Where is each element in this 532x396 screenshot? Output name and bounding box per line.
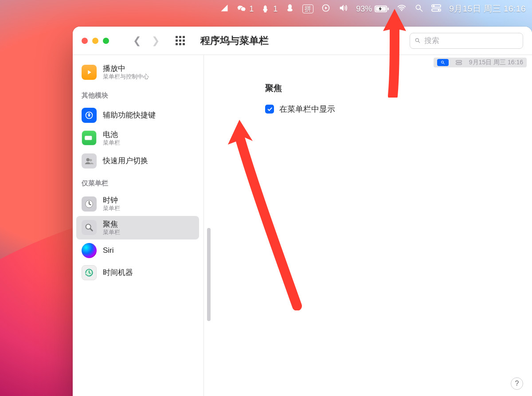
sidebar-label: Siri bbox=[103, 246, 114, 255]
system-preferences-window: ❮ ❯ 程序坞与菜单栏 播放中 菜单栏与控制中心 其他模块 bbox=[73, 27, 532, 396]
svg-point-4 bbox=[401, 10, 403, 11]
wifi-icon[interactable] bbox=[397, 3, 407, 15]
traffic-lights bbox=[82, 38, 109, 44]
svg-line-6 bbox=[420, 9, 422, 11]
sidebar-label: 时钟 bbox=[103, 196, 120, 205]
sidebar-label: 电池 bbox=[103, 130, 120, 139]
search-input[interactable] bbox=[424, 36, 518, 45]
show-in-menubar-checkbox[interactable] bbox=[265, 105, 274, 114]
sidebar-label: 辅助功能快捷键 bbox=[103, 110, 156, 120]
svg-line-12 bbox=[419, 41, 420, 43]
sidebar-item-spotlight[interactable]: 聚焦 菜单栏 bbox=[76, 216, 199, 240]
wechat-status[interactable]: 1 bbox=[237, 4, 254, 14]
spotlight-icon bbox=[82, 220, 97, 235]
svg-rect-16 bbox=[93, 137, 94, 139]
svg-point-18 bbox=[90, 159, 92, 161]
menubar-datetime[interactable]: 9月15日 周三 16:16 bbox=[449, 3, 526, 15]
sidebar-label: 时间机器 bbox=[103, 268, 133, 277]
svg-point-8 bbox=[433, 5, 435, 7]
battery-status[interactable]: 93% bbox=[356, 4, 389, 14]
preview-datetime: 9月15日 周三 16:16 bbox=[469, 59, 523, 67]
svg-point-14 bbox=[89, 113, 90, 114]
content-pane: 9月15日 周三 16:16 聚焦 在菜单栏中显示 ? bbox=[204, 55, 532, 396]
sidebar-item-siri[interactable]: Siri bbox=[76, 239, 199, 262]
svg-point-5 bbox=[416, 5, 421, 9]
sidebar-section-other: 其他模块 bbox=[76, 84, 199, 104]
sidebar-item-time-machine[interactable]: 时间机器 bbox=[76, 262, 199, 284]
macos-menubar: 1 1 拼 93% 9月15日 周三 16:16 bbox=[0, 0, 532, 18]
sidebar-label: 播放中 bbox=[103, 64, 149, 73]
qq-badge: 1 bbox=[273, 4, 278, 14]
time-machine-icon bbox=[82, 265, 97, 280]
spotlight-search-icon[interactable] bbox=[415, 4, 423, 15]
accessibility-icon bbox=[82, 108, 97, 123]
preview-control-center-icon bbox=[453, 59, 465, 66]
menu-app-icon[interactable] bbox=[220, 4, 229, 15]
close-button[interactable] bbox=[82, 38, 88, 44]
now-playing-icon bbox=[82, 65, 97, 80]
sidebar-label: 聚焦 bbox=[103, 220, 120, 229]
sidebar-item-clock[interactable]: 时钟 菜单栏 bbox=[76, 192, 199, 216]
volume-icon[interactable] bbox=[338, 3, 348, 15]
menubar-preview: 9月15日 周三 16:16 bbox=[434, 58, 527, 67]
sidebar-label: 快速用户切换 bbox=[103, 156, 148, 165]
clock-icon bbox=[82, 196, 97, 212]
sidebar-item-now-playing[interactable]: 播放中 菜单栏与控制中心 bbox=[76, 60, 199, 84]
sidebar-sublabel: 菜单栏与控制中心 bbox=[103, 73, 149, 80]
sidebar-item-fast-user-switching[interactable]: 快速用户切换 bbox=[76, 150, 199, 172]
show-in-menubar-label: 在菜单栏中显示 bbox=[279, 104, 335, 114]
control-center-icon[interactable] bbox=[431, 4, 441, 14]
preferences-search[interactable] bbox=[410, 33, 523, 49]
zoom-button[interactable] bbox=[103, 38, 109, 44]
window-title: 程序坞与菜单栏 bbox=[200, 34, 269, 47]
svg-line-21 bbox=[90, 229, 93, 231]
svg-rect-2 bbox=[387, 8, 389, 10]
battery-icon bbox=[82, 130, 97, 145]
svg-rect-26 bbox=[456, 63, 462, 65]
penguin-icon[interactable] bbox=[286, 4, 294, 15]
sidebar-sublabel: 菜单栏 bbox=[103, 205, 120, 212]
svg-point-11 bbox=[415, 39, 419, 42]
svg-point-10 bbox=[438, 9, 440, 11]
sidebar-sublabel: 菜单栏 bbox=[103, 229, 120, 236]
search-icon bbox=[415, 37, 421, 44]
svg-line-24 bbox=[443, 63, 445, 64]
show-in-menubar-row[interactable]: 在菜单栏中显示 bbox=[265, 104, 335, 114]
minimize-button[interactable] bbox=[92, 38, 98, 44]
sidebar-item-battery[interactable]: 电池 菜单栏 bbox=[76, 126, 199, 150]
window-titlebar: ❮ ❯ 程序坞与菜单栏 bbox=[73, 27, 532, 55]
input-method-indicator[interactable]: 拼 bbox=[302, 4, 313, 13]
svg-point-17 bbox=[86, 158, 90, 161]
siri-icon bbox=[82, 243, 97, 258]
content-heading: 聚焦 bbox=[265, 82, 282, 94]
now-playing-icon[interactable] bbox=[321, 4, 330, 15]
help-button[interactable]: ? bbox=[511, 377, 523, 390]
sidebar: 播放中 菜单栏与控制中心 其他模块 辅助功能快捷键 电池 菜单栏 快速用户切换 bbox=[73, 55, 204, 396]
nav-forward-button[interactable]: ❯ bbox=[152, 35, 160, 47]
show-all-button[interactable] bbox=[176, 36, 185, 46]
svg-rect-15 bbox=[85, 136, 92, 140]
sidebar-section-menubar-only: 仅菜单栏 bbox=[76, 172, 199, 192]
svg-rect-25 bbox=[456, 60, 462, 62]
sidebar-sublabel: 菜单栏 bbox=[103, 139, 120, 146]
sidebar-item-accessibility-shortcuts[interactable]: 辅助功能快捷键 bbox=[76, 104, 199, 126]
nav-back-button[interactable]: ❮ bbox=[133, 35, 141, 47]
qq-status[interactable]: 1 bbox=[262, 4, 278, 14]
wechat-badge: 1 bbox=[249, 4, 254, 14]
preview-spotlight-icon bbox=[437, 59, 449, 66]
battery-percent: 93% bbox=[356, 4, 372, 14]
users-icon bbox=[82, 153, 97, 169]
